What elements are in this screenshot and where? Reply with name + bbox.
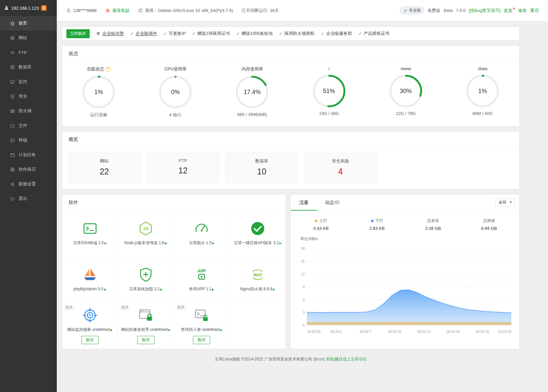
invite-link[interactable]: 邀请奖励 (105, 8, 130, 14)
help-icon[interactable]: ? (106, 67, 111, 72)
gauge-sub: 19G / 38G (308, 111, 351, 116)
monitor-report-icon (82, 308, 98, 323)
sidebar-item-label: 终端 (19, 137, 27, 143)
software-item[interactable]: phpMyAdmin 5.0▶ (62, 256, 118, 303)
overview-card-risk[interactable]: 安全风险4 (304, 152, 377, 183)
sidebar-item-settings[interactable]: 面板设置 (0, 177, 57, 191)
message-badge[interactable]: 0 (41, 5, 46, 11)
promo-item[interactable]: ✓可更换IP (163, 31, 186, 37)
promo-item[interactable]: ✓企业版服务群 (321, 31, 352, 37)
sidebar-item-logout[interactable]: 退出 (0, 191, 57, 206)
forum-link[interactable]: 求助|建议请上宝塔论坛 (326, 357, 367, 361)
sidebar-item-appstore[interactable]: 软件商店 (0, 162, 57, 177)
account-number: 138****8888 (73, 8, 97, 13)
promo-item[interactable]: 企业版优势 (96, 31, 124, 37)
range-select[interactable]: 全部 (495, 198, 515, 207)
software-item[interactable]: 推荐网站防篡改程序 undefined▶购买 (118, 303, 174, 349)
monitor-icon (10, 79, 15, 84)
overview-card-ftp[interactable]: FTP12 (147, 152, 219, 183)
legend-value: 3.39 GB (405, 226, 461, 231)
promo-item[interactable]: ✓商用防火墙授权 (279, 31, 315, 37)
promo-item[interactable]: ✓产品授权证书 (358, 31, 390, 37)
sidebar-item-database[interactable]: 数据库 (0, 60, 57, 74)
sidebar-item-firewall[interactable]: 防火墙 (0, 104, 57, 118)
gauge-value: 30% (389, 74, 423, 108)
update-link[interactable]: 更新 (504, 8, 515, 14)
sidebar-item-cron[interactable]: 计划任务 (0, 147, 57, 162)
check-icon: ✓ (236, 31, 240, 36)
sidebar: 192.168.1.123 0 首页网站FTP数据库监控安全防火墙文件终端计划任… (0, 0, 57, 392)
account[interactable]: 138****8888 (66, 8, 97, 13)
legend-value: 8.69 GB (461, 226, 517, 231)
site-icon (10, 36, 15, 41)
promo-item[interactable]: ✓赠送2张商用证书 (192, 31, 230, 37)
sidebar-item-label: 安全 (19, 93, 27, 99)
phpmyadmin-icon (82, 267, 98, 283)
play-icon: ▶ (110, 328, 113, 332)
software-item[interactable]: 宝塔系统加固 3.2▶ (118, 256, 174, 303)
software-name: 堡塔防入侵 undefined▶ (180, 327, 224, 333)
firewall-icon (10, 109, 15, 114)
card-value: 10 (226, 167, 298, 176)
database-icon (10, 65, 15, 70)
gauge-label: 负载状态? (77, 66, 120, 72)
sidebar-item-files[interactable]: 文件 (0, 118, 57, 133)
promo-item[interactable]: ✓企业版插件 (130, 31, 157, 37)
software-name: phpMyAdmin 5.0▶ (72, 287, 108, 291)
intrusion-icon (194, 308, 209, 323)
status-panel: 状态 负载状态?1%运行流畅CPU使用率0%4 核心内存使用率17.4%685 … (62, 46, 519, 126)
software-item[interactable]: 宝塔跑分 1.3▶ (174, 210, 230, 256)
software-item[interactable]: 推荐网站监控报表 undefined▶购买 (62, 303, 118, 349)
overview-card-database[interactable]: 数据库10 (226, 152, 298, 183)
gauge-ring: 30% (389, 74, 423, 108)
sidebar-item-ftp[interactable]: FTP (0, 45, 57, 60)
restart-link[interactable]: 重启 (530, 8, 539, 14)
sidebar-item-site[interactable]: 网站 (0, 31, 57, 45)
software-name: Nginx防火墙 8.9.9▶ (239, 286, 277, 292)
card-label: 网站 (68, 158, 140, 164)
tab-traffic[interactable]: 流量 (291, 195, 317, 211)
software-item[interactable]: 推荐堡塔防入侵 undefined▶购买 (174, 303, 230, 349)
software-item[interactable]: 宝塔SSH终端 1.0▶ (62, 210, 118, 256)
buy-now-button[interactable]: 立即购买 (66, 29, 90, 38)
svg-text:18: 18 (301, 246, 305, 250)
files-icon (10, 123, 15, 128)
play-icon: ▶ (273, 288, 275, 291)
software-item[interactable]: 宝塔一键迁移API版本 3.2▶ (230, 210, 286, 256)
software-item[interactable]: WAFNginx防火墙 8.9.9▶ (230, 256, 286, 303)
sidebar-item-monitor[interactable]: 监控 (0, 74, 57, 89)
software-panel: 软件 宝塔SSH终端 1.0▶JSNode.js版本管理器 1.6▶宝塔跑分 1… (62, 194, 286, 349)
uptime: 已不间断运行: 38天 (241, 8, 279, 14)
software-item[interactable]: APP堡塔APP 1.1▶ (174, 256, 230, 303)
sidebar-item-home[interactable]: 首页 (0, 16, 57, 31)
fix-link[interactable]: 修复 (518, 8, 527, 14)
promo-item[interactable]: ✓赠送1000条短信 (236, 31, 273, 37)
server-header[interactable]: 192.168.1.123 0 (0, 0, 57, 16)
benchmark-icon (194, 221, 209, 236)
sidebar-item-label: 退出 (19, 196, 27, 202)
buy-button[interactable]: 购买 (81, 336, 99, 344)
pro-badge[interactable]: 专业版 (400, 7, 424, 14)
svg-text:3: 3 (303, 310, 305, 314)
legend-label: 总发送 (427, 218, 439, 224)
svg-text:9: 9 (303, 285, 305, 289)
recommend-tag: 推荐 (120, 305, 130, 310)
svg-text:18:24:23: 18:24:23 (498, 330, 511, 334)
gauge-value: 0% (158, 75, 193, 109)
sidebar-item-security[interactable]: 安全 (0, 89, 57, 104)
software-name: 网站防篡改程序 undefined▶ (120, 327, 172, 333)
promo-item-label: 商用防火墙授权 (284, 31, 315, 37)
buy-button[interactable]: 购买 (137, 336, 154, 344)
bug-reward-link[interactable]: [找Bug奖宝塔币] (469, 8, 501, 14)
buy-button[interactable]: 购买 (193, 336, 210, 344)
gauge-label: / (308, 66, 351, 71)
promo-bar: 立即购买 企业版优势✓企业版插件✓可更换IP✓赠送2张商用证书✓赠送1000条短… (62, 27, 519, 41)
promo-items: 企业版优势✓企业版插件✓可更换IP✓赠送2张商用证书✓赠送1000条短信✓商用防… (96, 31, 390, 37)
sidebar-item-label: 计划任务 (19, 152, 36, 158)
nodejs-icon: JS (138, 221, 153, 236)
overview-card-site[interactable]: 网站22 (68, 152, 140, 183)
tab-diskio[interactable]: 磁盘IO (317, 195, 348, 211)
sidebar-item-label: 网站 (19, 35, 27, 41)
sidebar-item-terminal[interactable]: 终端 (0, 133, 57, 147)
software-item[interactable]: JSNode.js版本管理器 1.6▶ (118, 210, 174, 256)
